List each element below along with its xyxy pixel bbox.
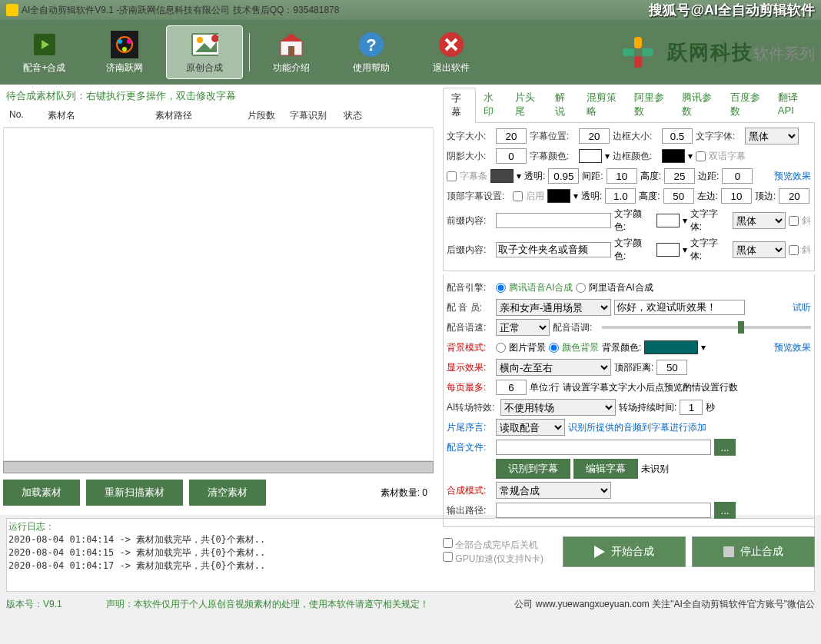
svg-rect-13 [288, 46, 294, 55]
svg-marker-12 [281, 34, 302, 41]
browse-output-button[interactable]: ... [714, 502, 736, 519]
load-material-button[interactable]: 加载素材 [3, 480, 80, 506]
rescan-material-button[interactable]: 重新扫描素材 [86, 480, 183, 506]
font-select[interactable]: 黑体 [745, 128, 799, 144]
trans-dur-input[interactable] [680, 400, 703, 415]
gap-input[interactable] [607, 168, 637, 184]
tab-watermark[interactable]: 水印 [476, 88, 507, 122]
tab-translate-api[interactable]: 翻译API [770, 88, 815, 122]
stop-icon [723, 546, 734, 557]
start-compose-button[interactable]: 开始合成 [563, 536, 686, 567]
clear-material-button[interactable]: 清空素材 [189, 480, 266, 506]
top-color[interactable] [547, 189, 570, 203]
svg-point-8 [197, 37, 203, 43]
bg-color-radio[interactable] [549, 343, 559, 353]
suffix-color[interactable] [656, 243, 680, 257]
svg-text:?: ? [366, 35, 376, 55]
material-count: 素材数量: 0 [381, 486, 427, 500]
svg-rect-2 [111, 31, 138, 58]
top-dist-input[interactable] [656, 360, 687, 375]
toolbar-help[interactable]: ?使用帮助 [333, 25, 410, 79]
prefix-italic[interactable] [789, 216, 799, 226]
test-listen-link[interactable]: 试听 [793, 301, 811, 314]
window-subtitle: 搜狐号@AI全自动剪辑软件 [649, 1, 815, 19]
browse-dub-button[interactable]: ... [714, 439, 736, 456]
engine-ali-radio[interactable] [576, 283, 586, 293]
tab-ali-params[interactable]: 阿里参数 [627, 88, 674, 122]
svg-rect-22 [634, 56, 642, 68]
edit-sub-button[interactable]: 编辑字幕 [573, 459, 638, 479]
font-size-input[interactable] [496, 128, 527, 144]
material-table[interactable] [3, 128, 434, 461]
recognize-button[interactable]: 识别到字幕 [496, 459, 570, 479]
gpu-checkbox[interactable] [443, 552, 453, 562]
svg-rect-20 [642, 48, 653, 56]
tab-baidu-params[interactable]: 百度参数 [723, 88, 770, 122]
toolbar-company[interactable]: 济南跃网 [86, 25, 163, 79]
tone-slider[interactable] [602, 326, 811, 329]
suffix-input[interactable] [496, 242, 611, 257]
tab-narration[interactable]: 解说 [547, 88, 579, 122]
window-title: AI全自动剪辑软件V9.1 -济南跃网信息科技有限公司 技术售后QQ：93548… [6, 4, 339, 17]
tab-mix-strategy[interactable]: 混剪策略 [579, 88, 627, 122]
dub-file-input[interactable] [496, 440, 711, 455]
svg-point-6 [122, 47, 127, 51]
border-size-input[interactable] [662, 128, 693, 144]
h-scrollbar[interactable] [3, 461, 434, 473]
height-input[interactable] [664, 168, 695, 184]
bilingual-checkbox[interactable] [696, 151, 706, 161]
bg-color-picker[interactable] [644, 340, 698, 354]
margin-input[interactable] [722, 168, 753, 184]
tab-tencent-params[interactable]: 腾讯参数 [674, 88, 722, 122]
title-bar: AI全自动剪辑软件V9.1 -济南跃网信息科技有限公司 技术售后QQ：93548… [0, 0, 821, 20]
tail-select[interactable]: 读取配音 [496, 419, 565, 436]
brand-area: 跃网科技软件系列 [615, 29, 815, 75]
preview-link[interactable]: 预览效果 [774, 170, 811, 183]
stop-compose-button[interactable]: 停止合成 [692, 536, 815, 567]
voice-section: 配音引擎: 腾讯语音AI合成 阿里语音AI合成 配 音 员: 亲和女声-通用场景… [443, 274, 815, 527]
top-height-input[interactable] [663, 188, 694, 204]
tab-subtitle[interactable]: 字幕 [443, 88, 476, 123]
sub-pos-input[interactable] [579, 128, 610, 144]
speed-select[interactable]: 正常 [496, 319, 550, 336]
transition-select[interactable]: 不使用转场 [500, 399, 616, 416]
shutdown-checkbox[interactable] [443, 538, 453, 548]
toolbar-original[interactable]: 原创合成 [166, 25, 243, 79]
greeting-input[interactable] [614, 300, 745, 315]
mode-select[interactable]: 常规合成 [496, 482, 611, 499]
brand-logo [615, 29, 661, 75]
app-icon [6, 4, 18, 16]
suffix-italic[interactable] [789, 245, 799, 255]
toolbar-exit[interactable]: 退出软件 [413, 25, 490, 79]
display-select[interactable]: 横向-左至右 [496, 359, 611, 376]
preview-link-2[interactable]: 预览效果 [774, 341, 811, 354]
sub-color-picker[interactable] [579, 149, 602, 163]
sub-bar-color[interactable] [490, 169, 514, 183]
trans-input[interactable] [548, 168, 579, 184]
maxline-input[interactable] [496, 380, 527, 395]
material-panel: 待合成素材队列：右键执行更多操作，双击修改字幕 No. 素材名 素材路径 片段数… [0, 85, 437, 515]
suffix-font[interactable]: 黑体 [733, 241, 786, 258]
shadow-input[interactable] [496, 148, 527, 164]
svg-point-5 [127, 39, 131, 44]
sub-bar-checkbox[interactable] [447, 171, 457, 181]
prefix-input[interactable] [496, 213, 611, 228]
voice-member-select[interactable]: 亲和女声-通用场景 [496, 299, 611, 316]
top-enable-checkbox[interactable] [513, 191, 523, 201]
svg-rect-21 [634, 37, 642, 48]
prefix-font[interactable]: 黑体 [733, 212, 786, 229]
bg-img-radio[interactable] [496, 343, 506, 353]
top-left-input[interactable] [721, 188, 752, 204]
svg-rect-19 [623, 48, 634, 56]
toolbar-features[interactable]: 功能介绍 [253, 25, 330, 79]
top-top-input[interactable] [779, 188, 809, 204]
output-path-input[interactable] [496, 503, 711, 518]
table-header: No. 素材名 素材路径 片段数 字幕识别 状态 [3, 105, 434, 128]
prefix-color[interactable] [656, 214, 680, 227]
border-color-picker[interactable] [662, 149, 685, 163]
engine-tencent-radio[interactable] [496, 283, 506, 293]
tab-head-tail[interactable]: 片头尾 [507, 88, 547, 122]
toolbar-dub-compose[interactable]: 配音+合成 [6, 25, 83, 79]
status-bar: 版本号：V9.1 声明：本软件仅用于个人原创音视频素材的处理，使用本软件请遵守相… [0, 595, 821, 614]
top-trans-input[interactable] [605, 188, 636, 204]
